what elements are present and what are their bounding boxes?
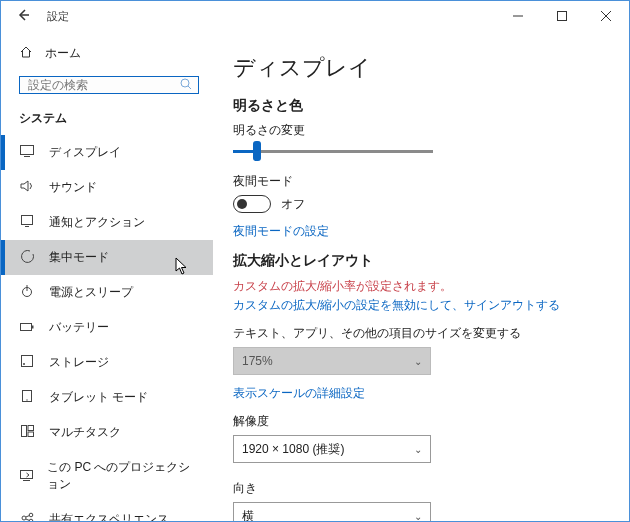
sidebar: ホーム システム ディスプレイ サウンド 通知とアクション xyxy=(1,31,213,521)
resolution-value: 1920 × 1080 (推奨) xyxy=(242,441,344,458)
category-label: システム xyxy=(1,104,213,135)
sidebar-item-label: タブレット モード xyxy=(49,389,148,406)
chevron-down-icon: ⌄ xyxy=(414,356,422,367)
brightness-slider[interactable] xyxy=(233,144,433,160)
orientation-value: 横 xyxy=(242,508,254,522)
svg-rect-20 xyxy=(20,470,32,478)
sidebar-item-label: サウンド xyxy=(49,179,97,196)
home-label: ホーム xyxy=(45,45,81,62)
sidebar-item-shared[interactable]: 共有エクスペリエンス xyxy=(1,502,213,521)
main-panel: ディスプレイ 明るさと色 明るさの変更 夜間モード オフ 夜間モードの設定 拡大… xyxy=(213,31,629,521)
brightness-label: 明るさの変更 xyxy=(233,123,609,138)
sound-icon xyxy=(19,180,35,195)
svg-point-14 xyxy=(23,363,25,365)
home-icon xyxy=(19,45,33,62)
svg-line-5 xyxy=(188,86,191,89)
night-light-label: 夜間モード xyxy=(233,174,609,189)
scale-value: 175% xyxy=(242,354,273,368)
sidebar-item-label: マルチタスク xyxy=(49,424,121,441)
search-icon xyxy=(180,78,192,93)
sidebar-item-label: ディスプレイ xyxy=(49,144,121,161)
sidebar-item-label: ストレージ xyxy=(49,354,109,371)
back-button[interactable] xyxy=(13,8,33,25)
svg-rect-1 xyxy=(558,12,567,21)
minimize-icon xyxy=(513,11,523,21)
focus-assist-icon xyxy=(19,250,35,266)
scale-advanced-link[interactable]: 表示スケールの詳細設定 xyxy=(233,385,609,402)
search-box[interactable] xyxy=(19,76,199,94)
section-scale-title: 拡大縮小とレイアウト xyxy=(233,252,609,270)
projection-icon xyxy=(19,469,33,484)
sidebar-item-battery[interactable]: バッテリー xyxy=(1,310,213,345)
multitask-icon xyxy=(19,425,35,440)
notifications-icon xyxy=(19,215,35,230)
scale-combobox: 175% ⌄ xyxy=(233,347,431,375)
chevron-down-icon: ⌄ xyxy=(414,511,422,522)
svg-rect-8 xyxy=(22,216,33,225)
window-title: 設定 xyxy=(47,9,69,24)
svg-point-23 xyxy=(29,519,33,521)
chevron-down-icon: ⌄ xyxy=(414,444,422,455)
tablet-icon xyxy=(19,390,35,405)
svg-rect-13 xyxy=(22,356,33,367)
maximize-button[interactable] xyxy=(540,1,584,31)
page-title: ディスプレイ xyxy=(233,53,609,83)
svg-rect-6 xyxy=(21,146,34,155)
svg-point-22 xyxy=(29,513,33,517)
svg-line-24 xyxy=(25,516,29,517)
sidebar-item-storage[interactable]: ストレージ xyxy=(1,345,213,380)
sidebar-item-tablet[interactable]: タブレット モード xyxy=(1,380,213,415)
home-button[interactable]: ホーム xyxy=(1,37,213,70)
sidebar-item-projection[interactable]: この PC へのプロジェクション xyxy=(1,450,213,502)
sidebar-item-display[interactable]: ディスプレイ xyxy=(1,135,213,170)
storage-icon xyxy=(19,355,35,370)
sidebar-item-label: この PC へのプロジェクション xyxy=(47,459,195,493)
svg-line-25 xyxy=(25,519,29,520)
svg-point-16 xyxy=(26,399,27,400)
titlebar: 設定 xyxy=(1,1,629,31)
shared-icon xyxy=(19,512,35,521)
orientation-combobox[interactable]: 横 ⌄ xyxy=(233,502,431,521)
search-input[interactable] xyxy=(26,77,180,93)
toggle-knob xyxy=(237,199,247,209)
sidebar-item-power[interactable]: 電源とスリープ xyxy=(1,275,213,310)
display-icon xyxy=(19,145,35,160)
sidebar-item-label: 共有エクスペリエンス xyxy=(49,511,169,521)
sidebar-item-sound[interactable]: サウンド xyxy=(1,170,213,205)
scale-label: テキスト、アプリ、その他の項目のサイズを変更する xyxy=(233,326,609,341)
night-light-settings-link[interactable]: 夜間モードの設定 xyxy=(233,223,609,240)
slider-thumb[interactable] xyxy=(253,141,261,161)
night-light-toggle[interactable] xyxy=(233,195,271,213)
orientation-label: 向き xyxy=(233,481,609,496)
slider-track xyxy=(233,150,433,153)
sidebar-item-label: 集中モード xyxy=(49,249,109,266)
resolution-combobox[interactable]: 1920 × 1080 (推奨) ⌄ xyxy=(233,435,431,463)
sidebar-item-label: 電源とスリープ xyxy=(49,284,133,301)
sidebar-item-multitask[interactable]: マルチタスク xyxy=(1,415,213,450)
svg-rect-18 xyxy=(28,426,34,431)
sidebar-item-notifications[interactable]: 通知とアクション xyxy=(1,205,213,240)
disable-custom-scale-link[interactable]: カスタムの拡大/縮小の設定を無効にして、サインアウトする xyxy=(233,297,609,314)
section-brightness-title: 明るさと色 xyxy=(233,97,609,115)
maximize-icon xyxy=(557,11,567,21)
arrow-left-icon xyxy=(16,8,30,22)
close-icon xyxy=(601,11,611,21)
svg-rect-19 xyxy=(28,432,34,437)
custom-scale-warning: カスタムの拡大/縮小率が設定されます。 xyxy=(233,278,609,295)
nav-list: ディスプレイ サウンド 通知とアクション 集中モード 電源とスリープ xyxy=(1,135,213,521)
svg-rect-12 xyxy=(32,326,34,329)
svg-point-4 xyxy=(181,79,189,87)
svg-point-21 xyxy=(22,516,26,520)
sidebar-item-label: バッテリー xyxy=(49,319,109,336)
night-light-state: オフ xyxy=(281,196,305,213)
minimize-button[interactable] xyxy=(496,1,540,31)
power-icon xyxy=(19,285,35,300)
sidebar-item-label: 通知とアクション xyxy=(49,214,145,231)
svg-rect-17 xyxy=(21,426,26,437)
svg-rect-11 xyxy=(21,324,32,331)
close-button[interactable] xyxy=(584,1,628,31)
battery-icon xyxy=(19,320,35,335)
resolution-label: 解像度 xyxy=(233,414,609,429)
sidebar-item-focus-assist[interactable]: 集中モード xyxy=(1,240,213,275)
